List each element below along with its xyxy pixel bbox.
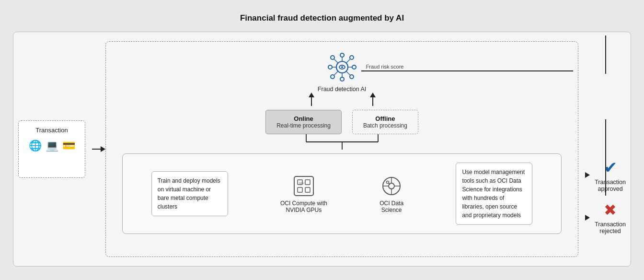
svg-point-2 — [341, 66, 343, 68]
main-container: Transaction 🌐 💻 💳 Fraud risk score — [13, 32, 631, 267]
bottom-model-mgmt: Use model management tools such as OCI D… — [456, 163, 532, 225]
oci-compute-label: OCI Compute with NVIDIA GPUs — [280, 200, 327, 213]
train-deploy-text: Train and deploy models on virtual machi… — [151, 171, 228, 216]
transaction-icons: 🌐 💻 💳 — [29, 140, 75, 152]
oci-compute-icon: GPU — [292, 174, 316, 198]
approved-outcome: ✔ Transaction approved — [595, 158, 626, 192]
model-mgmt-text: Use model management tools such as OCI D… — [456, 163, 532, 225]
svg-point-7 — [331, 56, 334, 59]
svg-line-18 — [346, 71, 350, 75]
online-box: Online Real-time processing — [265, 110, 342, 134]
svg-point-10 — [350, 75, 354, 79]
rejected-label: Transaction rejected — [595, 221, 626, 234]
svg-rect-25 — [305, 180, 310, 185]
transaction-label: Transaction — [35, 127, 68, 134]
svg-point-8 — [350, 56, 354, 59]
transaction-to-ai-arrow — [92, 146, 105, 152]
rejected-outcome: ✖ Transaction rejected — [595, 201, 626, 234]
processing-row: Online Real-time processing Offline Batc… — [265, 110, 418, 134]
oci-data-science-icon — [380, 174, 403, 198]
bottom-train-text: Train and deploy models on virtual machi… — [151, 171, 228, 216]
online-subtitle: Real-time processing — [276, 122, 331, 129]
fraud-score-label: Fraud risk score — [366, 64, 404, 70]
page-title: Financial fraud detection augmented by A… — [240, 13, 404, 23]
offline-subtitle: Batch processing — [363, 122, 407, 129]
svg-point-6 — [352, 65, 356, 69]
globe-icon: 🌐 — [29, 140, 42, 152]
svg-line-16 — [346, 59, 350, 63]
bottom-oci-data: OCI Data Science — [380, 174, 403, 213]
x-icon: ✖ — [604, 201, 617, 219]
offline-box: Offline Batch processing — [352, 110, 418, 134]
bottom-box: Train and deploy models on virtual machi… — [122, 153, 562, 234]
ai-section: Fraud detection AI — [318, 50, 366, 93]
offline-title: Offline — [363, 115, 407, 122]
dashed-region: Fraud risk score — [105, 41, 578, 257]
bottom-oci-compute: GPU OCI Compute with NVIDIA GPUs — [280, 174, 327, 213]
ai-label: Fraud detection AI — [318, 86, 366, 93]
right-panel: ✔ Transaction approved ✖ Transaction rej… — [585, 41, 626, 257]
bracket-connector — [270, 134, 414, 150]
svg-rect-23 — [294, 176, 313, 196]
approved-label: Transaction approved — [595, 179, 626, 192]
online-title: Online — [276, 115, 331, 122]
svg-line-15 — [334, 59, 338, 63]
svg-line-17 — [334, 71, 338, 75]
laptop-icon: 💻 — [46, 140, 58, 152]
ai-node-icon — [325, 50, 359, 84]
svg-rect-27 — [305, 187, 310, 192]
card-icon: 💳 — [62, 140, 75, 152]
svg-point-9 — [331, 75, 334, 79]
svg-point-5 — [328, 65, 332, 69]
svg-point-4 — [340, 77, 344, 81]
svg-text:GPU: GPU — [299, 182, 304, 185]
svg-point-3 — [340, 53, 344, 57]
oci-data-label: OCI Data Science — [380, 200, 403, 213]
transaction-box: Transaction 🌐 💻 💳 — [18, 120, 85, 178]
svg-rect-26 — [298, 187, 302, 192]
